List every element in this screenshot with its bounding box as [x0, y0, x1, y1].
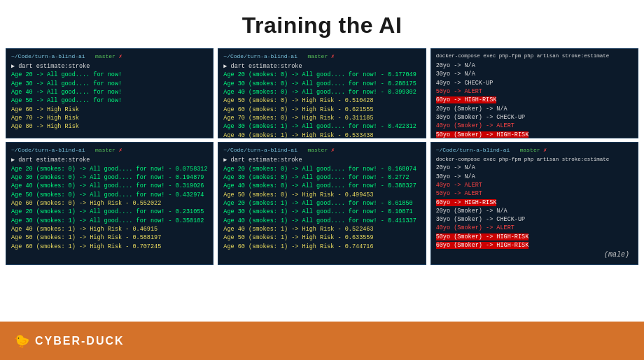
terminal-1-header: ~/Code/turn-a-blind-ai master ✗: [11, 53, 208, 59]
male-label: (male): [604, 251, 629, 259]
footer: 🐤 CYBER-DUCK: [0, 322, 644, 360]
terminal-1: ~/Code/turn-a-blind-ai master ✗ ▶ dart e…: [6, 48, 214, 138]
terminal-5: docker-compose exec php-fpm php artisan …: [430, 48, 638, 138]
terminal-6-header: ~/Code/turn-a-blind-ai master ✗: [436, 147, 633, 153]
terminal-5-header: docker-compose exec php-fpm php artisan …: [436, 53, 633, 59]
terminal-2: ~/Code/turn-a-blind-ai master ✗ ▶ dart e…: [6, 142, 214, 265]
terminal-4-header: ~/Code/turn-a-blind-ai master ✗: [223, 147, 420, 153]
terminal-3: ~/Code/turn-a-blind-ai master ✗ ▶ dart e…: [218, 48, 426, 138]
terminal-6: ~/Code/turn-a-blind-ai master ✗ docker-c…: [430, 142, 638, 265]
page-title: Training the AI: [0, 0, 644, 48]
terminals-container: ~/Code/turn-a-blind-ai master ✗ ▶ dart e…: [0, 48, 644, 265]
duck-icon: 🐤: [14, 333, 29, 349]
terminal-3-header: ~/Code/turn-a-blind-ai master ✗: [223, 53, 420, 59]
footer-brand: CYBER-DUCK: [35, 335, 125, 347]
terminal-2-header: ~/Code/turn-a-blind-ai master ✗: [11, 147, 208, 153]
footer-logo: 🐤 CYBER-DUCK: [14, 333, 125, 349]
terminal-4: ~/Code/turn-a-blind-ai master ✗ ▶ dart e…: [218, 142, 426, 265]
